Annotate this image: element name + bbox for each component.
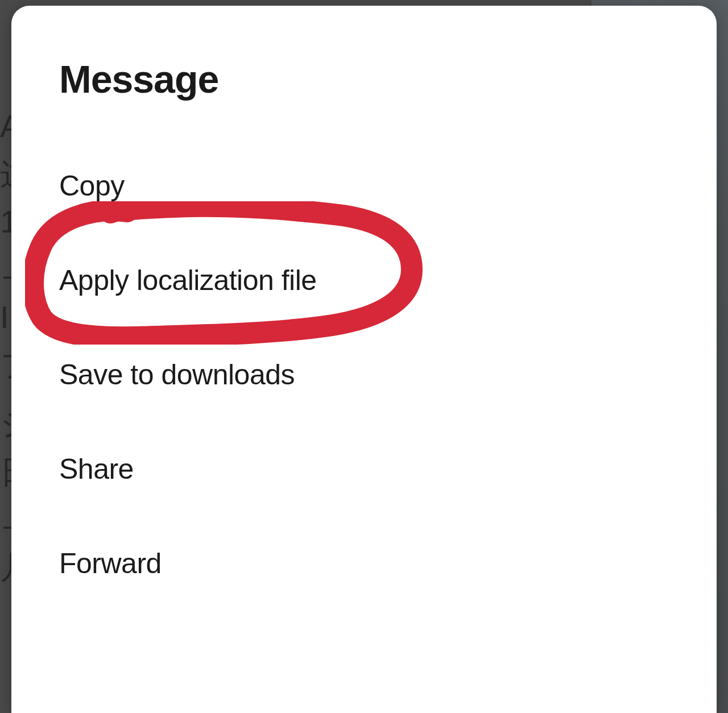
dialog-title: Message	[59, 57, 669, 101]
message-context-menu: Message Copy Apply localization file Sav…	[11, 6, 717, 713]
menu-item-apply-localization[interactable]: Apply localization file	[59, 264, 669, 297]
menu-item-copy[interactable]: Copy	[59, 169, 669, 202]
menu-item-save-downloads[interactable]: Save to downloads	[59, 358, 669, 391]
menu-item-forward[interactable]: Forward	[59, 547, 669, 580]
menu-item-share[interactable]: Share	[59, 453, 669, 486]
